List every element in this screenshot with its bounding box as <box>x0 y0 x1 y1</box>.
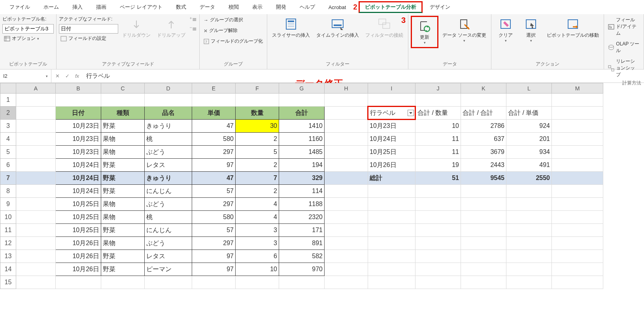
cell-M13[interactable] <box>552 250 603 263</box>
row-header-3[interactable]: 3 <box>0 120 16 133</box>
row-header-13[interactable]: 13 <box>0 250 16 263</box>
menu-design[interactable]: デザイン <box>423 1 457 13</box>
cell-L5[interactable]: 934 <box>506 146 552 159</box>
cell-J12[interactable] <box>415 237 461 250</box>
refresh-button[interactable]: 更新 ▾ <box>413 18 436 46</box>
cell-E6[interactable]: 97 <box>192 159 236 172</box>
cell-I12[interactable] <box>368 237 415 250</box>
menu-help[interactable]: ヘルプ <box>293 1 321 13</box>
cell-A14[interactable] <box>16 263 56 276</box>
cell-G9[interactable]: 1188 <box>279 198 325 211</box>
cell-B13[interactable]: 10月26日 <box>56 250 101 263</box>
cell-H11[interactable] <box>325 224 368 237</box>
drilldown-button[interactable]: ドリルダウン <box>120 16 153 40</box>
cell-H3[interactable] <box>325 120 368 133</box>
cell-K5[interactable]: 3679 <box>461 146 506 159</box>
row-header-5[interactable]: 5 <box>0 146 16 159</box>
collapse-icon[interactable]: ⁻≣ <box>189 25 197 32</box>
cell-M4[interactable] <box>552 133 603 146</box>
cell-B6[interactable]: 10月24日 <box>56 159 101 172</box>
col-header-A[interactable]: A <box>16 83 56 94</box>
cell-B1[interactable] <box>56 94 101 107</box>
cell-F7[interactable]: 7 <box>236 172 279 185</box>
cell-D1[interactable] <box>145 94 192 107</box>
col-header-M[interactable]: M <box>552 83 603 94</box>
cell-H14[interactable] <box>325 263 368 276</box>
cell-B10[interactable]: 10月25日 <box>56 211 101 224</box>
cell-A4[interactable] <box>16 133 56 146</box>
cell-K3[interactable]: 2786 <box>461 120 506 133</box>
cell-A8[interactable] <box>16 185 56 198</box>
cell-K7[interactable]: 9545 <box>461 172 506 185</box>
cell-D8[interactable]: にんじん <box>145 185 192 198</box>
cell-D3[interactable]: きゅうり <box>145 120 192 133</box>
timeline-button[interactable]: タイムラインの挿入 <box>314 16 361 40</box>
cell-E1[interactable] <box>192 94 236 107</box>
menu-acrobat[interactable]: Acrobat <box>322 2 353 13</box>
cell-K15[interactable] <box>461 276 506 289</box>
cell-C2[interactable]: 種類 <box>101 107 145 120</box>
cell-M11[interactable] <box>552 224 603 237</box>
cell-D2[interactable]: 品名 <box>145 107 192 120</box>
cell-D10[interactable]: 桃 <box>145 211 192 224</box>
cell-B7[interactable]: 10月24日 <box>56 172 101 185</box>
cancel-icon[interactable]: ✕ <box>55 73 60 79</box>
filter-connection-button[interactable]: フィルターの接続 <box>363 16 406 40</box>
cell-J9[interactable] <box>415 198 461 211</box>
row-header-15[interactable]: 15 <box>0 276 16 289</box>
cell-L15[interactable] <box>506 276 552 289</box>
slicer-button[interactable]: スライサーの挿入 <box>270 16 312 40</box>
cell-F9[interactable]: 4 <box>236 198 279 211</box>
cell-I11[interactable] <box>368 224 415 237</box>
cell-L1[interactable] <box>506 94 552 107</box>
cell-I5[interactable]: 10月25日 <box>368 146 415 159</box>
cell-C3[interactable]: 野菜 <box>101 120 145 133</box>
cell-J14[interactable] <box>415 263 461 276</box>
cell-A10[interactable] <box>16 211 56 224</box>
cell-B2[interactable]: 日付 <box>56 107 101 120</box>
cell-M8[interactable] <box>552 185 603 198</box>
cell-C4[interactable]: 果物 <box>101 133 145 146</box>
cell-H13[interactable] <box>325 250 368 263</box>
cell-K9[interactable] <box>461 198 506 211</box>
cell-G5[interactable]: 1485 <box>279 146 325 159</box>
chevron-down-icon[interactable]: ▾ <box>46 74 48 78</box>
menu-page-layout[interactable]: ページ レイアウト <box>113 1 169 13</box>
row-header-10[interactable]: 10 <box>0 211 16 224</box>
cell-G12[interactable]: 891 <box>279 237 325 250</box>
cell-D12[interactable]: ぶどう <box>145 237 192 250</box>
drillup-button[interactable]: ドリルアップ <box>155 16 188 40</box>
cell-M9[interactable] <box>552 198 603 211</box>
cell-E8[interactable]: 57 <box>192 185 236 198</box>
row-header-6[interactable]: 6 <box>0 159 16 172</box>
cell-L2[interactable]: 合計 / 単価 <box>506 107 552 120</box>
col-header-E[interactable]: E <box>192 83 236 94</box>
cell-M2[interactable] <box>552 107 603 120</box>
cell-K13[interactable] <box>461 250 506 263</box>
cell-M3[interactable] <box>552 120 603 133</box>
cell-M6[interactable] <box>552 159 603 172</box>
cell-L9[interactable] <box>506 198 552 211</box>
cell-A9[interactable] <box>16 198 56 211</box>
cell-F13[interactable]: 6 <box>236 250 279 263</box>
col-header-B[interactable]: B <box>56 83 101 94</box>
cell-C5[interactable]: 果物 <box>101 146 145 159</box>
field-item-button[interactable]: fx フィールド/アイテム <box>606 16 641 38</box>
cell-J11[interactable] <box>415 224 461 237</box>
cell-D14[interactable]: ピーマン <box>145 263 192 276</box>
cell-J6[interactable]: 19 <box>415 159 461 172</box>
cell-K4[interactable]: 637 <box>461 133 506 146</box>
menu-review[interactable]: 校閲 <box>222 1 245 13</box>
datasource-button[interactable]: データ ソースの変更 ▾ <box>440 16 489 44</box>
cell-E15[interactable] <box>192 276 236 289</box>
cell-I3[interactable]: 10月23日 <box>368 120 415 133</box>
clear-button[interactable]: クリア ▾ <box>494 16 517 44</box>
cell-J3[interactable]: 10 <box>415 120 461 133</box>
cell-K14[interactable] <box>461 263 506 276</box>
pivot-name-input[interactable] <box>2 24 54 34</box>
menu-file[interactable]: ファイル <box>3 1 36 13</box>
cell-C8[interactable]: 野菜 <box>101 185 145 198</box>
confirm-icon[interactable]: ✓ <box>65 73 70 79</box>
menu-view[interactable]: 表示 <box>246 1 269 13</box>
col-header-H[interactable]: H <box>325 83 368 94</box>
